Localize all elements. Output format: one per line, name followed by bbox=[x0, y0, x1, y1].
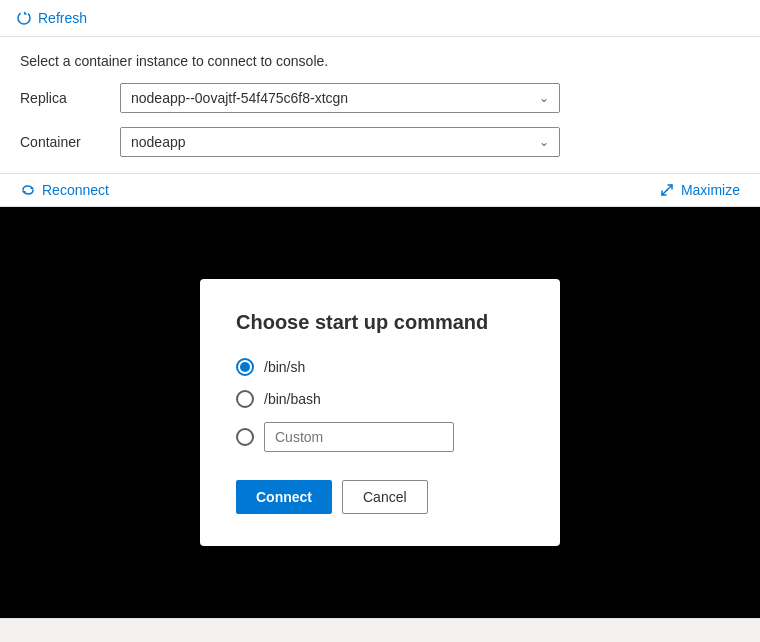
radio-custom[interactable] bbox=[236, 428, 254, 446]
reconnect-icon bbox=[20, 182, 36, 198]
chevron-down-icon: ⌄ bbox=[539, 135, 549, 149]
description-text: Select a container instance to connect t… bbox=[20, 53, 740, 69]
label-bin-sh: /bin/sh bbox=[264, 359, 305, 375]
terminal-area: Choose start up command /bin/sh /bin/bas… bbox=[0, 207, 760, 618]
dialog-title: Choose start up command bbox=[236, 311, 524, 334]
refresh-label: Refresh bbox=[38, 10, 87, 26]
container-label: Container bbox=[20, 134, 100, 150]
connect-button[interactable]: Connect bbox=[236, 480, 332, 514]
refresh-button[interactable]: Refresh bbox=[16, 10, 87, 26]
custom-command-input[interactable] bbox=[264, 422, 454, 452]
cancel-button[interactable]: Cancel bbox=[342, 480, 428, 514]
radio-bin-sh[interactable] bbox=[236, 358, 254, 376]
action-bar: Reconnect Maximize bbox=[0, 173, 760, 207]
radio-group: /bin/sh /bin/bash bbox=[236, 358, 524, 452]
maximize-icon bbox=[659, 182, 675, 198]
bottom-bar bbox=[0, 618, 760, 642]
replica-field-row: Replica nodeapp--0ovajtf-54f475c6f8-xtcg… bbox=[20, 83, 740, 113]
page-container: Refresh Select a container instance to c… bbox=[0, 0, 760, 642]
maximize-button[interactable]: Maximize bbox=[659, 182, 740, 198]
replica-label: Replica bbox=[20, 90, 100, 106]
option-bin-sh[interactable]: /bin/sh bbox=[236, 358, 524, 376]
container-select[interactable]: nodeapp ⌄ bbox=[120, 127, 560, 157]
replica-value: nodeapp--0ovajtf-54f475c6f8-xtcgn bbox=[131, 90, 348, 106]
replica-select[interactable]: nodeapp--0ovajtf-54f475c6f8-xtcgn ⌄ bbox=[120, 83, 560, 113]
toolbar: Refresh bbox=[0, 0, 760, 37]
option-custom bbox=[236, 422, 524, 452]
label-bin-bash: /bin/bash bbox=[264, 391, 321, 407]
reconnect-label: Reconnect bbox=[42, 182, 109, 198]
reconnect-button[interactable]: Reconnect bbox=[20, 182, 109, 198]
option-bin-bash[interactable]: /bin/bash bbox=[236, 390, 524, 408]
refresh-icon bbox=[16, 10, 32, 26]
dialog-buttons: Connect Cancel bbox=[236, 480, 524, 514]
chevron-down-icon: ⌄ bbox=[539, 91, 549, 105]
radio-bin-bash[interactable] bbox=[236, 390, 254, 408]
maximize-label: Maximize bbox=[681, 182, 740, 198]
container-value: nodeapp bbox=[131, 134, 186, 150]
content-area: Select a container instance to connect t… bbox=[0, 37, 760, 173]
startup-command-dialog: Choose start up command /bin/sh /bin/bas… bbox=[200, 279, 560, 546]
container-field-row: Container nodeapp ⌄ bbox=[20, 127, 740, 157]
